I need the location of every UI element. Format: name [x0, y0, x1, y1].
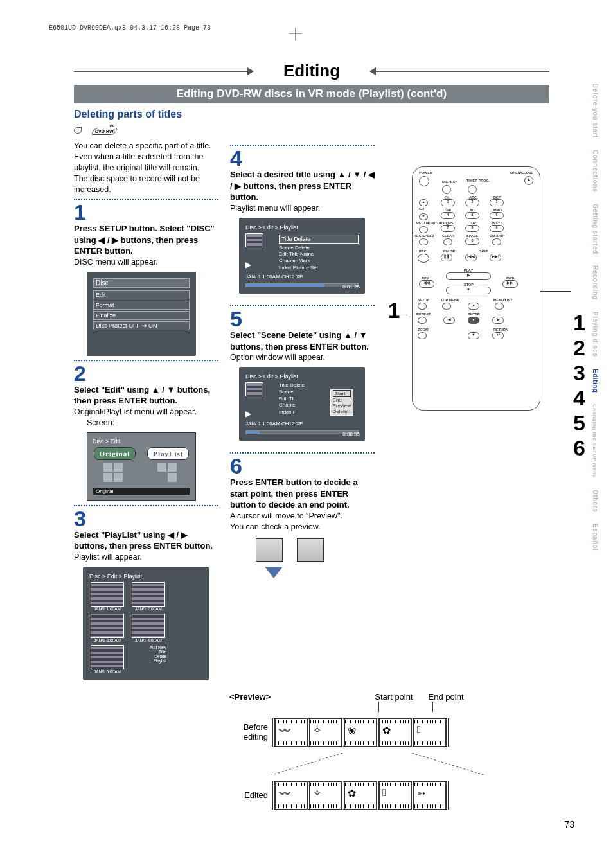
popup-item: Delete [333, 409, 351, 414]
side-tab: Recording [592, 265, 599, 300]
extra-label: Playlist [130, 659, 166, 663]
num-7: 7 [441, 225, 455, 232]
callout-num: 1 [573, 310, 585, 335]
film-row-edited: Edited 〰️ ✧ ✿ 𖦹 ➳ [229, 781, 549, 810]
page-number: 73 [564, 819, 574, 829]
breadcrumb: Disc > Edit > Playlist [245, 373, 359, 380]
eject-icon: ▲ [527, 177, 531, 181]
step-number-3: 3 [74, 508, 218, 529]
preview-section: <Preview> Start point End point Before e… [229, 692, 549, 810]
remote-label: OPEN/CLOSE [510, 171, 533, 175]
separator [230, 305, 375, 306]
section-subtitle: Deleting parts of titles [74, 109, 549, 120]
extra-label: Add New [130, 645, 166, 650]
scene-menu-screen: Disc > Edit > Playlist ▶ Title Delete Sc… [239, 367, 365, 441]
end-point-label: End point [429, 692, 464, 712]
skip-back-button: |◀◀ [465, 254, 477, 261]
elapsed-time: 0:00:55 [342, 431, 360, 437]
step-6-tail2: You can check a preview. [230, 522, 375, 533]
remote-label: DISPLAY [442, 180, 457, 184]
ch-down-button: ▼ [419, 213, 428, 220]
step-2-tail: Original/PlayList menu will appear. [74, 407, 218, 418]
enter-button: ● [468, 317, 479, 324]
thumb-label: JAN/1 5:00AM [89, 669, 125, 674]
svg-line-1 [412, 753, 484, 775]
side-tab-active: Editing [592, 369, 599, 393]
playlist-grid-screen: Disc > Edit > Playlist JAN/1 1:00AM JAN/… [83, 567, 209, 680]
left-callout: 1 [384, 298, 410, 323]
row-label-edited: Edited [229, 791, 268, 800]
play-button: ▶ [446, 272, 491, 280]
playlist-menu-screen: Disc > Edit > Playlist ▶ Title Delete Sc… [239, 218, 365, 294]
remote-label: MENU/LIST [493, 298, 513, 302]
remote-label: SETUP [418, 298, 429, 302]
stop-button: ■ [446, 287, 491, 294]
breadcrumb: Disc > Edit > Playlist [89, 573, 202, 580]
remote-label: CH [419, 207, 424, 211]
num-2: 2 [465, 199, 479, 206]
disc-menu-item: Format [93, 301, 190, 310]
thumb-row [256, 538, 375, 562]
extra-label: Title [130, 650, 166, 654]
step-number-5: 5 [230, 308, 375, 330]
remote-label: CLEAR [442, 234, 454, 238]
step-number-2: 2 [74, 362, 218, 384]
side-tab: Getting started [592, 204, 599, 254]
thumb-label: JAN/1 3:00AM [89, 638, 125, 642]
intro-text-2: Even when a title is deleted from the pl… [74, 152, 218, 173]
status-text: JAN/ 1 1:00AM CH12 XP [245, 421, 359, 427]
skip-fwd-button: ▶▶| [490, 254, 501, 261]
remote-control-diagram: POWER OPEN/CLOSE ▲ DISPLAY TIMER PROG. @… [412, 166, 540, 411]
step-4-head: Select a desired title using ▲ / ▼ / ◀ /… [230, 169, 375, 203]
recspeed-button [419, 238, 428, 245]
footer-label: Original [93, 487, 190, 495]
callout-num: 2 [573, 335, 585, 360]
separator [230, 145, 375, 146]
row-label-before: Before editing [229, 723, 268, 741]
film-row-before: Before editing 〰️ ✧ ❀ ✿ 𖦹 [229, 718, 549, 747]
side-tab: Changing the SETUP menu [592, 404, 598, 478]
step-3-head: Select "PlayList" using ◀ / ▶ buttons, t… [74, 529, 218, 552]
scene-left-item: Title Delete [279, 382, 359, 389]
disc-menu-item: Edit [93, 290, 190, 299]
preview-heading: <Preview> [229, 692, 271, 714]
thumb-label: JAN/1 1:00AM [89, 607, 125, 611]
page-content: Editing Editing DVD-RW discs in VR mode … [74, 61, 549, 816]
step-6-head: Press ENTER button to decide a start poi… [230, 477, 375, 511]
intro-text-3: The disc space to record will not be inc… [74, 173, 218, 195]
num-5: 5 [465, 212, 479, 219]
menulist-button [495, 303, 504, 310]
step-5-tail: Option window will appear. [230, 352, 375, 363]
remote-label: REC [419, 249, 427, 253]
num-9: 9 [490, 225, 504, 232]
remote-label: RETURN [493, 328, 508, 332]
step-number-6: 6 [230, 455, 375, 477]
repeat-button [418, 317, 427, 324]
chapter-banner: Editing [74, 61, 549, 81]
scene-popup: Start End Preview Delete [330, 389, 353, 416]
column-middle: 4 Select a desired title using ▲ / ▼ / ◀… [230, 141, 375, 680]
disc-menu-title: Disc [93, 278, 190, 288]
recmon-button [419, 226, 428, 233]
remote-label: POWER [419, 171, 432, 175]
step-3-tail: Playlist will appear. [74, 552, 218, 563]
step-1-tail: DISC menu will appear. [74, 257, 218, 268]
remote-label: SKIP [479, 249, 488, 253]
separator [74, 199, 218, 200]
num-0: 0 [465, 238, 479, 245]
nav-up-button: ▲ [468, 303, 479, 310]
column-left: You can delete a specific part of a titl… [74, 141, 218, 680]
disc-badge: DVD-RW [74, 124, 549, 136]
step-6-tail1: A cursor will move to "Preview". [230, 511, 375, 522]
playlist-menu-item: Title Delete [279, 235, 359, 244]
num-6: 6 [490, 212, 504, 219]
remote-label: REPEAT [416, 312, 431, 316]
nav-left-button: ◀ [443, 317, 455, 324]
display-button [442, 185, 451, 194]
popup-item: End [333, 397, 351, 403]
side-tab: Before you start [592, 84, 599, 138]
disc-menu-item: Finalize [93, 311, 190, 320]
elapsed-time: 0:01:25 [342, 284, 360, 290]
preview-thumb [256, 538, 283, 562]
separator [230, 452, 375, 454]
